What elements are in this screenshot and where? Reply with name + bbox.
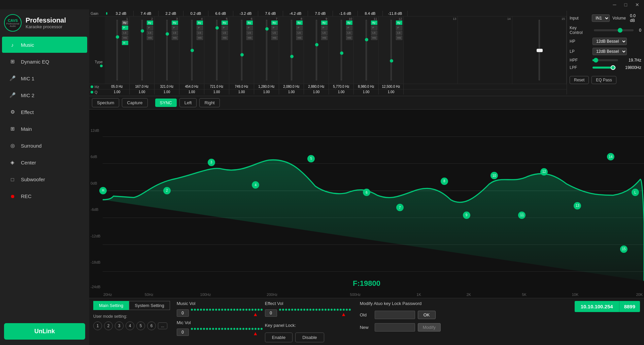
band-11-type-ls[interactable]: LS <box>371 31 377 35</box>
key-control-slider[interactable] <box>594 29 634 31</box>
maximize-button[interactable]: □ <box>622 1 629 8</box>
band-5-type-by[interactable]: By <box>222 21 228 25</box>
band-2-type-by[interactable]: By <box>147 21 153 25</box>
node-3[interactable]: 3 <box>208 159 215 166</box>
band-6-knob[interactable] <box>240 53 244 56</box>
band-4-type-p[interactable]: P <box>197 26 203 30</box>
band-9-type-hs[interactable]: HS <box>321 36 328 40</box>
node-7[interactable]: 7 <box>396 204 404 211</box>
mic-vol-dots[interactable] <box>191 328 258 330</box>
hp-select[interactable]: 12dB Bessel <box>592 38 627 45</box>
gain-val-4[interactable]: 0.2 dB <box>183 11 208 16</box>
node-14[interactable]: 14 <box>607 153 614 160</box>
hz-val-9[interactable]: 2,880.0 Hz <box>304 84 329 89</box>
node-L[interactable]: L <box>632 189 639 196</box>
music-vol-dots[interactable] <box>191 309 258 311</box>
band-10-type-ls[interactable]: LS <box>346 31 352 35</box>
lpf-knob[interactable] <box>611 65 615 70</box>
band-6-type-hs[interactable]: HS <box>246 36 253 40</box>
node-15[interactable]: 15 <box>620 245 628 253</box>
q-val-9[interactable]: 1.00 <box>304 89 329 94</box>
band-11-knob[interactable] <box>365 38 368 41</box>
q-val-1[interactable]: 1.00 <box>105 89 130 94</box>
node-9[interactable]: 9 <box>463 212 470 219</box>
band-15-knob[interactable] <box>537 49 543 52</box>
band-12-knob[interactable] <box>390 59 393 63</box>
band-8-type-hs[interactable]: HS <box>296 36 303 40</box>
band-5-type-p[interactable]: P <box>222 26 228 30</box>
unlink-button[interactable]: UnLink <box>4 323 85 340</box>
band-12-type-hs[interactable]: HS <box>396 36 402 40</box>
ok-button[interactable]: OK <box>418 311 436 319</box>
gain-val-5[interactable]: 6.6 dB <box>208 11 233 16</box>
spectrum-button[interactable]: Spectum <box>92 98 119 107</box>
node-5[interactable]: 5 <box>307 155 315 162</box>
band-10-type-by[interactable]: By <box>346 21 352 25</box>
close-button[interactable]: ✕ <box>633 1 641 8</box>
hz-val-4[interactable]: 454.0 Hz <box>179 84 204 89</box>
sidebar-item-rec[interactable]: ⏺ REC <box>2 188 87 204</box>
effect-vol-dots[interactable] <box>279 309 346 311</box>
band-8-type-by[interactable]: By <box>296 21 303 25</box>
band-11-type-p[interactable]: P <box>371 26 377 30</box>
gain-val-6[interactable]: -3.2 dB <box>233 11 258 16</box>
mic-vol-input[interactable] <box>177 329 189 336</box>
hz-val-2[interactable]: 167.0 Hz <box>130 84 155 89</box>
hz-val-10[interactable]: 5,770.0 Hz <box>329 84 354 89</box>
band-6-type-ls[interactable]: LS <box>246 31 253 35</box>
node-H[interactable]: H <box>99 187 107 194</box>
tab-system-setting[interactable]: System Setting <box>129 301 170 310</box>
effect-vol-input[interactable] <box>265 309 277 317</box>
lpf-slider[interactable] <box>592 67 616 69</box>
band-3-type-hs[interactable]: HS <box>172 36 178 40</box>
eq-pass-button[interactable]: EQ Pass <box>591 76 616 84</box>
gain-val-12[interactable]: -11.8 dB <box>383 11 408 16</box>
band-1-type-by[interactable]: By <box>122 21 128 25</box>
gain-val-10[interactable]: -1.6 dB <box>333 11 358 16</box>
band-10-type-hs[interactable]: HS <box>346 36 352 40</box>
input-select[interactable]: IN1 <box>592 14 610 22</box>
hz-val-11[interactable]: 8,980.0 Hz <box>354 84 379 89</box>
sidebar-item-center[interactable]: ◈ Center <box>2 154 87 170</box>
q-val-11[interactable]: 1.00 <box>354 89 379 94</box>
q-val-3[interactable]: 1.00 <box>155 89 179 94</box>
gain-val-1[interactable]: 3.2 dB <box>109 11 134 16</box>
node-10[interactable]: 10 <box>490 172 498 179</box>
node-13[interactable]: 13 <box>574 202 581 209</box>
band-3-type-p[interactable]: P <box>172 26 178 30</box>
band-3-type-ls[interactable]: LS <box>172 31 178 35</box>
gain-val-9[interactable]: 7.0 dB <box>308 11 333 16</box>
lp-select[interactable]: 12dB Bessel <box>592 48 627 55</box>
tab-main-setting[interactable]: Main Setting <box>93 301 129 310</box>
band-1-type-h[interactable]: H <box>122 41 128 45</box>
band-11-type-hs[interactable]: HS <box>371 36 377 40</box>
user-mode-more[interactable]: ... <box>158 322 167 329</box>
user-mode-2[interactable]: 2 <box>104 321 113 330</box>
hpf-slider[interactable] <box>592 59 618 61</box>
sidebar-item-mic1[interactable]: 🎤 MIC 1 <box>2 70 87 86</box>
band-4-knob[interactable] <box>191 49 194 52</box>
band-2-type-hs[interactable]: HS <box>147 36 153 40</box>
key-control-knob[interactable] <box>618 28 622 33</box>
band-6-type-by[interactable]: By <box>246 21 253 25</box>
band-7-type-by[interactable]: By <box>271 21 278 25</box>
q-val-6[interactable]: 1.00 <box>229 89 254 94</box>
node-6[interactable]: 6 <box>363 189 370 196</box>
hpf-knob[interactable] <box>594 58 598 63</box>
band-3-knob[interactable] <box>166 32 169 36</box>
gain-val-2[interactable]: 7.4 dB <box>134 11 159 16</box>
user-mode-6[interactable]: 6 <box>147 321 156 330</box>
band-10-type-p[interactable]: P <box>346 26 352 30</box>
band-7-type-p[interactable]: P <box>271 26 278 30</box>
band-1-type-p[interactable]: P <box>122 26 128 30</box>
hz-val-5[interactable]: 721.0 Hz <box>204 84 229 89</box>
band-12-type-p[interactable]: P <box>396 26 402 30</box>
band-9-knob[interactable] <box>315 43 318 46</box>
band-2-knob[interactable] <box>141 29 144 33</box>
hz-val-12[interactable]: 12,500.0 Hz <box>379 84 404 89</box>
user-mode-1[interactable]: 1 <box>93 321 102 330</box>
q-val-8[interactable]: 1.00 <box>279 89 304 94</box>
band-9-type-ls[interactable]: LS <box>321 31 328 35</box>
q-val-12[interactable]: 1.00 <box>379 89 404 94</box>
sidebar-item-subwoofer[interactable]: □ Subwoofer <box>2 171 87 187</box>
